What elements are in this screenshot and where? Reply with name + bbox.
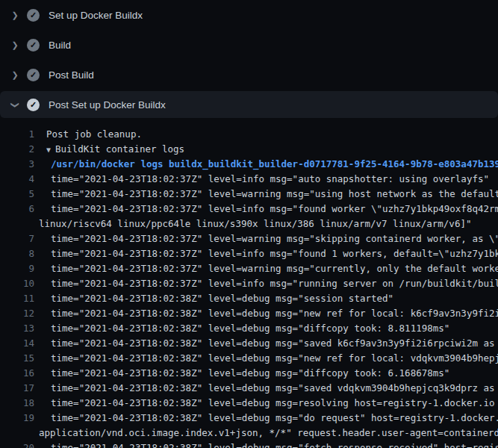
log-line-text: time="2021-04-23T18:02:38Z" level=debug … (34, 396, 498, 411)
chevron-down-icon[interactable]: ❯ (10, 97, 20, 112)
log-line-number[interactable] (0, 426, 34, 441)
log-line-number[interactable]: 4 (0, 172, 34, 187)
log-row[interactable]: linux/riscv64 linux/ppc64le linux/s390x … (0, 217, 498, 231)
log-row[interactable]: 16time="2021-04-23T18:02:38Z" level=debu… (0, 366, 498, 381)
log-group-title[interactable]: BuildKit container logs (55, 143, 184, 155)
log-row[interactable]: 14time="2021-04-23T18:02:38Z" level=debu… (0, 336, 498, 351)
log-row[interactable]: 12time="2021-04-23T18:02:38Z" level=debu… (0, 306, 498, 321)
log-line-number[interactable]: 13 (0, 321, 34, 336)
log-row[interactable]: 17time="2021-04-23T18:02:38Z" level=debu… (0, 381, 498, 396)
check-circle-icon: ✓ (27, 99, 40, 111)
log-line-text: application/vnd.oci.image.index.v1+json,… (34, 426, 498, 441)
log-line-text: time="2021-04-23T18:02:37Z" level=info m… (34, 202, 498, 217)
log-line-number[interactable]: 10 (0, 276, 34, 291)
log-line-text: time="2021-04-23T18:02:38Z" level=debug … (34, 381, 498, 396)
log-line-text: time="2021-04-23T18:02:38Z" level=debug … (34, 351, 498, 366)
log-line-number[interactable]: 6 (0, 202, 34, 217)
log-line-text: time="2021-04-23T18:02:37Z" level=info m… (34, 246, 498, 261)
log-line-number[interactable]: 16 (0, 366, 34, 381)
log-row[interactable]: application/vnd.oci.image.index.v1+json,… (0, 426, 498, 441)
steps-list: ❯✓Set up Docker Buildx❯✓Build❯✓Post Buil… (0, 0, 498, 118)
log-line-number[interactable]: 2 (0, 142, 34, 157)
step-row-post-build[interactable]: ❯✓Post Build (0, 61, 498, 88)
chevron-right-icon[interactable]: ❯ (7, 10, 22, 20)
log-line-text: time="2021-04-23T18:02:37Z" level=warnin… (34, 261, 498, 276)
log-line-text: time="2021-04-23T18:02:38Z" level=debug … (34, 411, 498, 426)
chevron-right-icon[interactable]: ❯ (7, 40, 22, 50)
step-row-set-up-docker-buildx[interactable]: ❯✓Set up Docker Buildx (0, 1, 498, 28)
step-label: Build (49, 40, 71, 51)
log-row[interactable]: 20time="2021-04-23T18:02:38Z" level=debu… (0, 441, 498, 448)
log-line-text: /usr/bin/docker logs buildx_buildkit_bui… (34, 157, 498, 172)
log-row[interactable]: 3/usr/bin/docker logs buildx_buildkit_bu… (0, 157, 498, 172)
log-line-text[interactable]: ▼BuildKit container logs (34, 142, 498, 157)
log-line-text: time="2021-04-23T18:02:37Z" level=info m… (34, 172, 498, 187)
log-row[interactable]: 10time="2021-04-23T18:02:37Z" level=info… (0, 276, 498, 291)
log-line-number[interactable]: 12 (0, 306, 34, 321)
log-line-number[interactable]: 14 (0, 336, 34, 351)
log-row[interactable]: 19time="2021-04-23T18:02:38Z" level=debu… (0, 411, 498, 426)
log-row[interactable]: 5time="2021-04-23T18:02:37Z" level=warni… (0, 187, 498, 202)
log-line-number[interactable]: 20 (0, 441, 34, 448)
check-circle-icon: ✓ (27, 39, 40, 52)
log-line-text: time="2021-04-23T18:02:38Z" level=debug … (34, 321, 498, 336)
log-row[interactable]: 8time="2021-04-23T18:02:37Z" level=info … (0, 246, 498, 261)
log-line-text: time="2021-04-23T18:02:38Z" level=debug … (34, 336, 498, 351)
check-circle-icon: ✓ (27, 9, 40, 22)
log-view: 1Post job cleanup.2▼BuildKit container l… (0, 121, 498, 448)
log-line-number[interactable]: 19 (0, 411, 34, 426)
step-label: Post Build (49, 69, 94, 81)
collapse-triangle-icon[interactable]: ▼ (46, 146, 51, 154)
log-line-number[interactable]: 11 (0, 291, 34, 306)
log-line-text: Post job cleanup. (34, 127, 498, 142)
log-line-text: time="2021-04-23T18:02:38Z" level=debug … (34, 291, 498, 306)
log-line-number[interactable]: 5 (0, 187, 34, 202)
log-line-number[interactable]: 15 (0, 351, 34, 366)
log-line-text: time="2021-04-23T18:02:37Z" level=warnin… (34, 231, 498, 246)
log-line-number[interactable]: 3 (0, 157, 34, 172)
log-row[interactable]: 1Post job cleanup. (0, 127, 498, 142)
step-label: Set up Docker Buildx (49, 10, 143, 21)
log-line-text: time="2021-04-23T18:02:37Z" level=warnin… (34, 187, 498, 202)
log-row[interactable]: 9time="2021-04-23T18:02:37Z" level=warni… (0, 261, 498, 276)
log-row[interactable]: 4time="2021-04-23T18:02:37Z" level=info … (0, 172, 498, 187)
log-line-number[interactable]: 1 (0, 127, 34, 142)
log-row[interactable]: 13time="2021-04-23T18:02:38Z" level=debu… (0, 321, 498, 336)
log-row[interactable]: 6time="2021-04-23T18:02:37Z" level=info … (0, 202, 498, 217)
step-label: Post Set up Docker Buildx (49, 99, 166, 111)
log-line-number[interactable]: 18 (0, 396, 34, 411)
log-line-number[interactable]: 9 (0, 261, 34, 276)
log-line-text: linux/riscv64 linux/ppc64le linux/s390x … (34, 217, 498, 231)
log-line-text: time="2021-04-23T18:02:38Z" level=debug … (34, 306, 498, 321)
log-row[interactable]: 15time="2021-04-23T18:02:38Z" level=debu… (0, 351, 498, 366)
log-line-text: time="2021-04-23T18:02:38Z" level=debug … (34, 441, 498, 448)
log-line-number[interactable]: 7 (0, 231, 34, 246)
log-row[interactable]: 11time="2021-04-23T18:02:38Z" level=debu… (0, 291, 498, 306)
step-row-build[interactable]: ❯✓Build (0, 31, 498, 58)
step-row-post-set-up-docker-buildx[interactable]: ❯✓Post Set up Docker Buildx (0, 91, 498, 118)
log-row[interactable]: 18time="2021-04-23T18:02:38Z" level=debu… (0, 396, 498, 411)
log-line-number[interactable] (0, 217, 34, 231)
log-line-number[interactable]: 17 (0, 381, 34, 396)
log-line-text: time="2021-04-23T18:02:37Z" level=info m… (34, 276, 498, 291)
log-row[interactable]: 2▼BuildKit container logs (0, 142, 498, 157)
check-circle-icon: ✓ (27, 69, 40, 81)
log-row[interactable]: 7time="2021-04-23T18:02:37Z" level=warni… (0, 231, 498, 246)
chevron-right-icon[interactable]: ❯ (7, 70, 22, 80)
log-line-number[interactable]: 8 (0, 246, 34, 261)
log-line-text: time="2021-04-23T18:02:38Z" level=debug … (34, 366, 498, 381)
